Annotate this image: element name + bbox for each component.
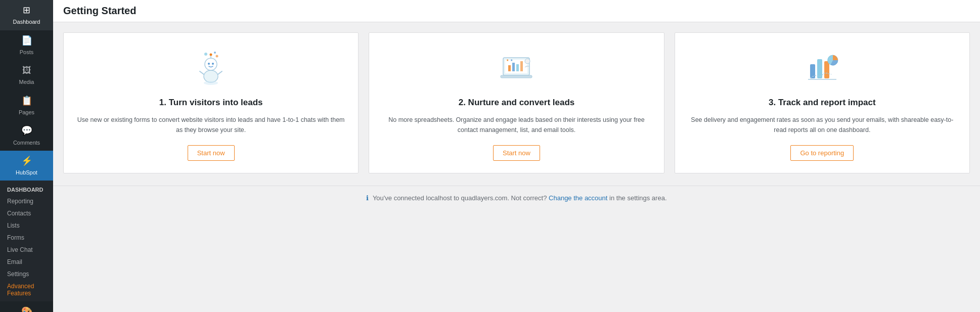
sidebar-item-pages[interactable]: 📋 Pages	[0, 91, 53, 121]
submenu-item-live-chat[interactable]: Live Chat	[0, 244, 53, 256]
submenu-item-forms[interactable]: Forms	[0, 232, 53, 244]
svg-point-3	[212, 63, 214, 65]
pages-icon: 📋	[21, 95, 32, 107]
footer-text-before: You've connected localhost to quadlayers…	[373, 194, 547, 202]
svg-point-6	[204, 53, 207, 56]
svg-text:★: ★	[506, 59, 509, 62]
svg-line-10	[218, 71, 222, 74]
sidebar-item-appearance[interactable]: 🎨 Appearance	[0, 301, 53, 312]
card-1-title: 1. Turn visitors into leads	[159, 98, 263, 108]
card-turn-visitors: 1. Turn visitors into leads Use new or e…	[63, 32, 359, 173]
sidebar-item-comments[interactable]: 💬 Comments	[0, 120, 53, 151]
submenu-item-settings[interactable]: Settings	[0, 268, 53, 280]
card-2-title: 2. Nurture and convert leads	[459, 98, 575, 108]
hubspot-icon: ⚡	[21, 155, 32, 167]
svg-point-7	[214, 52, 216, 54]
sidebar-item-hubspot[interactable]: ⚡ HubSpot	[0, 151, 53, 181]
hubspot-submenu: Dashboard Reporting Contacts Lists Forms…	[0, 181, 53, 301]
svg-point-1	[205, 58, 217, 70]
card-track-report: 3. Track and report impact See delivery …	[675, 32, 970, 173]
svg-point-5	[210, 54, 212, 56]
submenu-section-label: Dashboard	[0, 183, 53, 195]
submenu-item-contacts[interactable]: Contacts	[0, 207, 53, 219]
card-3-description: See delivery and engagement rates as soo…	[687, 115, 957, 135]
svg-rect-17	[520, 61, 523, 71]
svg-line-9	[200, 71, 204, 74]
main-content: Getting Started	[53, 0, 980, 312]
page-header: Getting Started	[53, 0, 980, 22]
sidebar: ⊞ Dashboard 📄 Posts 🖼 Media 📋 Pages 💬 Co…	[0, 0, 53, 312]
card-2-description: No more spreadsheets. Organize and engag…	[381, 115, 651, 135]
svg-rect-18	[501, 75, 532, 78]
card-nurture-leads: ★ ★ 2. Nurture and convert leads No more…	[369, 32, 664, 173]
card-3-title: 3. Track and report impact	[769, 98, 876, 108]
svg-rect-14	[508, 65, 511, 71]
svg-point-19	[525, 59, 530, 64]
media-icon: 🖼	[22, 64, 31, 77]
footer-text-after: in the settings area.	[609, 194, 666, 202]
submenu-item-lists[interactable]: Lists	[0, 219, 53, 232]
footer-note: ℹ You've connected localhost to quadlaye…	[53, 186, 980, 210]
appearance-icon: 🎨	[21, 305, 32, 312]
posts-icon: 📄	[21, 34, 32, 47]
card-1-button[interactable]: Start now	[188, 145, 235, 161]
svg-rect-15	[512, 63, 515, 71]
cards-area: 1. Turn visitors into leads Use new or e…	[53, 22, 980, 184]
card-3-icon	[802, 48, 842, 88]
page-title: Getting Started	[63, 5, 970, 17]
card-2-icon: ★ ★	[496, 48, 537, 88]
svg-point-0	[204, 70, 218, 82]
svg-rect-23	[817, 59, 822, 78]
svg-point-11	[204, 81, 218, 85]
svg-rect-16	[516, 64, 519, 71]
info-icon: ℹ	[366, 194, 369, 202]
card-1-icon	[191, 48, 231, 88]
card-2-button[interactable]: Start now	[493, 145, 540, 161]
card-1-description: Use new or existing forms to convert web…	[76, 115, 346, 135]
submenu-item-reporting[interactable]: Reporting	[0, 195, 53, 207]
svg-point-8	[216, 55, 218, 58]
comments-icon: 💬	[21, 124, 32, 137]
svg-rect-24	[824, 61, 829, 78]
sidebar-item-posts[interactable]: 📄 Posts	[0, 30, 53, 61]
svg-point-2	[208, 63, 210, 65]
svg-text:★: ★	[510, 59, 513, 62]
card-3-button[interactable]: Go to reporting	[790, 145, 854, 161]
submenu-item-advanced-features[interactable]: Advanced Features	[0, 280, 53, 299]
dashboard-icon: ⊞	[23, 4, 30, 17]
submenu-item-email[interactable]: Email	[0, 256, 53, 268]
change-account-link[interactable]: Change the account	[549, 194, 607, 202]
sidebar-item-dashboard[interactable]: ⊞ Dashboard	[0, 0, 53, 30]
sidebar-item-media[interactable]: 🖼 Media	[0, 60, 53, 91]
